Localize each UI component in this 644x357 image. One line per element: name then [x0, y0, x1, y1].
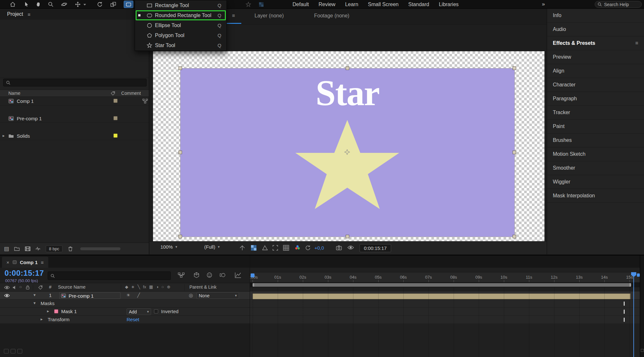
- shy-layers-icon[interactable]: [206, 272, 213, 278]
- mask-star-toggle-button[interactable]: [244, 1, 253, 8]
- bit-depth-button[interactable]: 8 bpc: [46, 245, 62, 252]
- canvas-shape-layer[interactable]: Star: [180, 68, 514, 237]
- workspace-tab-default[interactable]: Default: [288, 0, 314, 9]
- panel-tab-effects-presets[interactable]: Effects & Presets≡: [547, 36, 644, 50]
- transparency-grid-icon[interactable]: [251, 245, 257, 251]
- lock-icon[interactable]: [25, 285, 30, 290]
- 3d-layer-switch-icon[interactable]: ⊕: [167, 284, 170, 289]
- panel-tab-preview[interactable]: Preview: [547, 50, 644, 64]
- resolution-select[interactable]: (Full) ▾: [204, 244, 220, 250]
- project-search-field[interactable]: [3, 79, 147, 86]
- label-color-swatch[interactable]: [113, 99, 118, 103]
- panel-tab-brushes[interactable]: Brushes: [547, 134, 644, 147]
- film-icon[interactable]: [25, 246, 31, 251]
- inverted-checkbox[interactable]: [154, 309, 158, 313]
- project-panel-menu-icon[interactable]: ≡: [28, 12, 31, 17]
- show-snapshot-icon[interactable]: [347, 245, 354, 250]
- workspace-tab-small-screen[interactable]: Small Screen: [363, 0, 403, 9]
- workspace-tab-standard[interactable]: Standard: [403, 0, 434, 9]
- label-color-swatch[interactable]: [113, 116, 118, 120]
- quality-switch[interactable]: ╱: [137, 293, 140, 298]
- adjustment-layer-switch-icon[interactable]: ○: [161, 284, 164, 289]
- layer-duration-bar[interactable]: [253, 293, 630, 299]
- transform-reset-link[interactable]: Reset: [127, 317, 139, 322]
- fast-preview-icon[interactable]: [239, 245, 246, 251]
- home-tool-button[interactable]: [8, 1, 17, 8]
- mask-visibility-icon[interactable]: [262, 245, 268, 251]
- selection-handle[interactable]: [513, 66, 516, 70]
- menu-item-star-tool[interactable]: Star Tool Q: [135, 40, 226, 50]
- region-of-interest-icon[interactable]: [272, 245, 278, 251]
- fx-switch-icon[interactable]: fx: [143, 284, 146, 289]
- workspace-tab-learn[interactable]: Learn: [340, 0, 363, 9]
- work-area-bar[interactable]: [253, 283, 631, 287]
- masks-group-row[interactable]: ▾ Masks: [0, 300, 250, 308]
- anchor-point-icon[interactable]: [344, 149, 350, 155]
- close-tab-icon[interactable]: ×: [6, 260, 9, 265]
- layer-row-precomp1[interactable]: ▾ 1 Pre-comp 1 ☀ ╱ ◎ None ▾: [0, 292, 250, 300]
- expand-chevron-icon[interactable]: ▸: [3, 133, 5, 138]
- solo-icon[interactable]: ○: [19, 284, 22, 289]
- shy-switch-icon[interactable]: ◆: [125, 284, 128, 289]
- expand-toggle-icon[interactable]: [4, 349, 9, 353]
- mini-flowchart-icon[interactable]: [178, 272, 185, 278]
- panel-menu-icon[interactable]: ≡: [635, 40, 638, 46]
- camera-tool-caret-icon[interactable]: [83, 4, 86, 5]
- label-color-swatch[interactable]: [113, 134, 118, 138]
- selection-handle[interactable]: [346, 235, 349, 238]
- waveform-icon[interactable]: [35, 246, 41, 251]
- source-name-cell[interactable]: Pre-comp 1: [59, 292, 120, 299]
- reset-exposure-icon[interactable]: [305, 245, 311, 251]
- selection-tool-button[interactable]: [21, 1, 31, 8]
- hand-tool-button[interactable]: [34, 1, 43, 8]
- panel-tab-align[interactable]: Align: [547, 64, 644, 78]
- exposure-offset-value[interactable]: +0,0: [314, 245, 324, 251]
- graph-editor-icon[interactable]: [235, 272, 242, 278]
- mask-color-swatch[interactable]: [54, 309, 58, 313]
- panel-tab-wiggler[interactable]: Wiggler: [547, 175, 644, 189]
- orbit-camera-tool-button[interactable]: [59, 1, 69, 8]
- eye-icon[interactable]: [4, 293, 10, 298]
- project-row-comp1[interactable]: Comp 1: [0, 97, 149, 105]
- selection-handle[interactable]: [178, 235, 182, 238]
- list-icon[interactable]: ▤: [4, 245, 9, 252]
- draft-3d-icon[interactable]: [193, 272, 200, 278]
- current-timecode[interactable]: 0:00:15:17: [5, 269, 44, 278]
- time-ruler[interactable]: 0:00s 01s 02s 03s 04s 05s 06s 07s 08s 09…: [250, 272, 640, 283]
- composition-canvas[interactable]: Star: [153, 51, 544, 241]
- rotation-tool-button[interactable]: [95, 1, 104, 8]
- menu-item-rectangle-tool[interactable]: Rectangle Tool Q: [135, 0, 226, 10]
- timeline-tab-menu-icon[interactable]: ≡: [41, 260, 44, 265]
- viewer-area[interactable]: Star: [149, 25, 547, 241]
- grid-toggle-button[interactable]: [256, 1, 266, 8]
- masks-expand-chevron-icon[interactable]: ▾: [34, 301, 36, 305]
- menu-item-ellipse-tool[interactable]: Ellipse Tool Q: [135, 20, 226, 30]
- collapse-switch-icon[interactable]: ∗: [131, 284, 135, 289]
- selection-handle[interactable]: [513, 151, 516, 154]
- tab-footage[interactable]: Footage (none): [314, 13, 349, 19]
- out-point-marker[interactable]: [624, 302, 625, 306]
- column-comment-label[interactable]: Comment: [121, 91, 141, 96]
- timeline-expand-toggle-buttons[interactable]: [4, 349, 22, 353]
- zoom-select[interactable]: 100% ▾: [160, 244, 177, 250]
- selection-handle[interactable]: [513, 235, 516, 238]
- panel-tab-smoother[interactable]: Smoother: [547, 161, 644, 175]
- panel-tab-paragraph[interactable]: Paragraph: [547, 92, 644, 106]
- layer-track-row[interactable]: [250, 292, 640, 300]
- parent-select[interactable]: None ▾: [197, 292, 239, 299]
- pan-camera-tool-button[interactable]: [73, 1, 82, 8]
- panel-tab-tracker[interactable]: Tracker: [547, 106, 644, 120]
- eye-icon[interactable]: [4, 285, 10, 290]
- grid-guides-icon[interactable]: [283, 245, 289, 251]
- timeline-vertical-scrollbar[interactable]: [640, 255, 644, 357]
- menu-item-rounded-rectangle-tool[interactable]: Rounded Rectangle Tool Q: [135, 10, 226, 20]
- panel-tab-mask-interpolation[interactable]: Mask Interpolation: [547, 189, 644, 203]
- time-navigator-end-handle[interactable]: [637, 273, 640, 277]
- color-management-icon[interactable]: [294, 244, 301, 251]
- mask1-row[interactable]: ▸ Mask 1 Add ▾ Inverted: [0, 308, 250, 316]
- expand-toggle-icon[interactable]: [17, 349, 22, 353]
- workspace-tab-review[interactable]: Review: [314, 0, 340, 9]
- selection-handle[interactable]: [178, 66, 182, 70]
- quality-switch-icon[interactable]: ╲: [138, 284, 140, 289]
- workspace-overflow-icon[interactable]: »: [542, 1, 545, 7]
